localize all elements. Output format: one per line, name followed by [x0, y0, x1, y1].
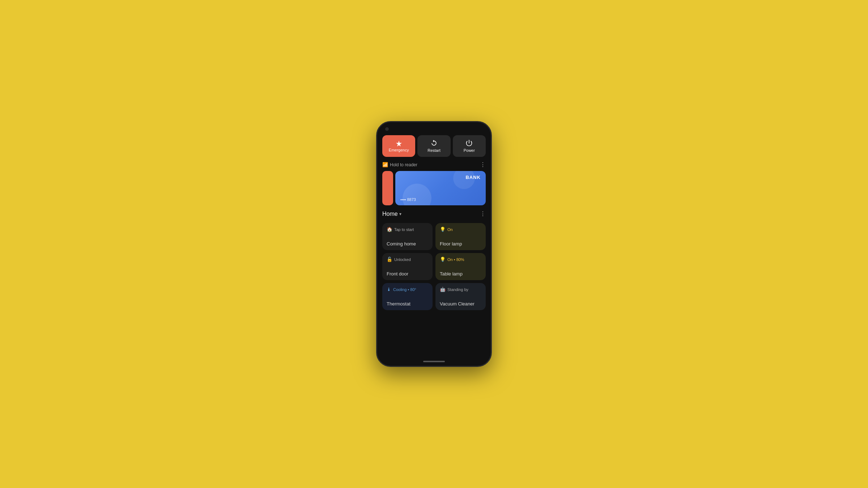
- emergency-icon: [395, 140, 403, 148]
- table-lamp-name: Table lamp: [440, 271, 481, 277]
- device-tile-coming-home[interactable]: 🏠 Tap to start Coming home: [382, 223, 433, 250]
- vacuum-name: Vacuum Cleaner: [440, 301, 481, 307]
- coming-home-status-text: Tap to start: [394, 227, 414, 232]
- restart-icon: [430, 140, 438, 148]
- device-tile-table-lamp[interactable]: 💡 On • 80% Table lamp: [435, 253, 486, 280]
- nfc-hold-text: Hold to reader: [390, 162, 417, 167]
- screen-content: Emergency Restart: [377, 122, 491, 366]
- thermostat-status-text: Cooling • 80°: [393, 287, 416, 292]
- phone-screen: Emergency Restart: [377, 122, 491, 366]
- coming-home-status: 🏠 Tap to start: [387, 227, 428, 232]
- front-door-name: Front door: [387, 271, 428, 277]
- table-lamp-status-text: On • 80%: [447, 257, 464, 262]
- emergency-button[interactable]: Emergency: [382, 135, 415, 157]
- power-label: Power: [464, 148, 475, 153]
- nfc-wave-icon: 📶: [382, 162, 388, 167]
- vacuum-status-text: Standing by: [447, 287, 468, 292]
- bank-card[interactable]: BANK •••• 8873: [395, 171, 486, 205]
- home-section: Home ▾ ⋮ 🏠 Tap to start Coming home: [377, 208, 491, 359]
- card-decoration-circle2: [453, 171, 475, 189]
- vacuum-status: 🤖 Standing by: [440, 287, 481, 292]
- front-door-status-text: Unlocked: [394, 257, 411, 262]
- nfc-header: 📶 Hold to reader ⋮: [382, 161, 486, 168]
- emergency-label: Emergency: [389, 148, 409, 152]
- table-lamp-icon: 💡: [440, 257, 446, 262]
- camera-dot: [385, 127, 389, 131]
- floor-lamp-name: Floor lamp: [440, 241, 481, 247]
- quick-actions-bar: Emergency Restart: [377, 132, 491, 160]
- card-partial: [382, 171, 393, 205]
- front-door-icon: 🔓: [387, 257, 392, 262]
- thermostat-name: Thermostat: [387, 301, 428, 307]
- restart-label: Restart: [427, 148, 440, 153]
- home-title-container: Home ▾: [382, 211, 401, 217]
- card-bank-name: BANK: [400, 175, 481, 180]
- card-container: BANK •••• 8873: [382, 171, 486, 205]
- phone-device: Emergency Restart: [376, 121, 492, 367]
- vacuum-icon: 🤖: [440, 287, 446, 292]
- device-tile-front-door[interactable]: 🔓 Unlocked Front door: [382, 253, 433, 280]
- device-tile-vacuum[interactable]: 🤖 Standing by Vacuum Cleaner: [435, 283, 486, 310]
- home-indicator: [423, 361, 445, 362]
- home-header: Home ▾ ⋮: [382, 208, 486, 219]
- device-grid: 🏠 Tap to start Coming home 💡 On Floor la…: [382, 223, 486, 310]
- coming-home-icon: 🏠: [387, 227, 392, 232]
- power-button[interactable]: Power: [453, 135, 486, 157]
- power-icon: [465, 140, 473, 148]
- coming-home-name: Coming home: [387, 241, 428, 247]
- device-tile-thermostat[interactable]: 🌡 Cooling • 80° Thermostat: [382, 283, 433, 310]
- home-menu-button[interactable]: ⋮: [480, 210, 486, 217]
- nfc-menu-button[interactable]: ⋮: [480, 161, 486, 168]
- nfc-label: 📶 Hold to reader: [382, 162, 417, 167]
- home-dropdown-icon[interactable]: ▾: [399, 211, 401, 217]
- table-lamp-status: 💡 On • 80%: [440, 257, 481, 262]
- floor-lamp-status-text: On: [447, 227, 453, 232]
- thermostat-icon: 🌡: [387, 287, 391, 292]
- restart-button[interactable]: Restart: [417, 135, 450, 157]
- bottom-bar: [377, 359, 491, 366]
- device-tile-floor-lamp[interactable]: 💡 On Floor lamp: [435, 223, 486, 250]
- floor-lamp-icon: 💡: [440, 227, 446, 232]
- front-door-status: 🔓 Unlocked: [387, 257, 428, 262]
- home-title-text: Home: [382, 211, 398, 217]
- card-number: •••• 8873: [400, 197, 481, 202]
- thermostat-status: 🌡 Cooling • 80°: [387, 287, 428, 292]
- floor-lamp-status: 💡 On: [440, 227, 481, 232]
- card-decoration-circle1: [403, 184, 431, 205]
- nfc-section: 📶 Hold to reader ⋮ BANK •••• 8873: [377, 160, 491, 208]
